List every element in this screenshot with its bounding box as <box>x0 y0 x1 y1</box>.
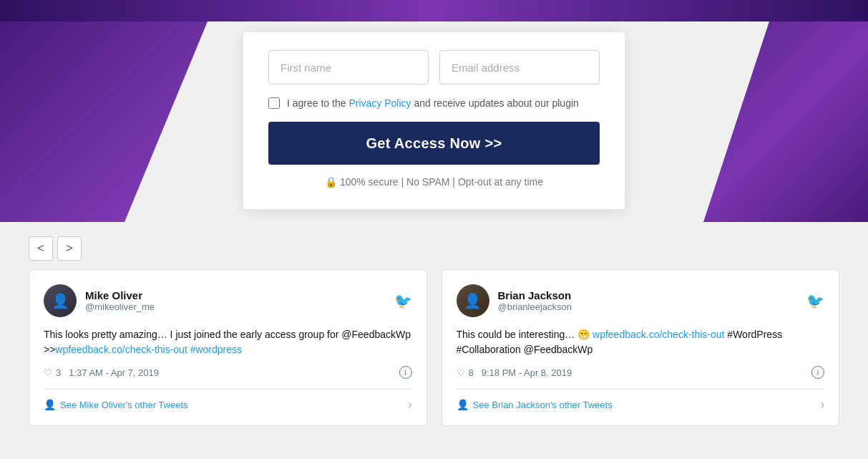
tweets-container: 👤 Mike Oliver @mikeoliver_me 🐦 This look… <box>0 269 868 448</box>
twitter-icon-2: 🐦 <box>806 292 824 309</box>
tweet-meta-1: ♡ 3 1:37 AM - Apr 7, 2019 i <box>44 366 412 379</box>
carousel-nav: < > <box>0 222 868 269</box>
twitter-icon-1: 🐦 <box>394 292 412 309</box>
email-input[interactable] <box>439 50 600 84</box>
tweet-like-count-2: 8 <box>469 367 474 378</box>
tweet-content-2: This could be interesting… 😁 wpfeedback.… <box>457 327 825 357</box>
privacy-policy-link[interactable]: Privacy Policy <box>348 97 411 109</box>
chevron-right-2: › <box>821 398 824 411</box>
tweet-username-2: Brian Jackson <box>498 289 572 301</box>
tweet-card-2: 👤 Brian Jackson @brianleejackson 🐦 This … <box>442 269 840 426</box>
first-name-input[interactable] <box>268 50 429 84</box>
tweet-time-1: 1:37 AM - Apr 7, 2019 <box>69 367 159 378</box>
tweet-likes-2: ♡ 8 9:18 PM - Apr 8, 2019 <box>457 367 572 378</box>
heart-icon-2: ♡ <box>457 367 465 378</box>
carousel-next-button[interactable]: > <box>57 236 82 261</box>
tweet-like-count-1: 3 <box>56 367 61 378</box>
tweet-time-2: 9:18 PM - Apr 8, 2019 <box>482 367 572 378</box>
tweet-header-1: 👤 Mike Oliver @mikeoliver_me 🐦 <box>44 284 412 317</box>
name-email-row <box>268 50 600 84</box>
tweet-likes-1: ♡ 3 1:37 AM - Apr 7, 2019 <box>44 367 159 378</box>
see-more-tweets-1[interactable]: 👤 See Mike Oliver's other Tweets <box>44 399 188 410</box>
tweet-link-2[interactable]: wpfeedback.co/check-this-out <box>593 329 724 340</box>
tweet-link-1[interactable]: wpfeedback.co/check-this-out #wordpress <box>55 344 242 355</box>
secure-text: 🔒 100% secure | No SPAM | Opt-out at any… <box>268 176 600 188</box>
tweet-footer-2: 👤 See Brian Jackson's other Tweets › <box>457 389 825 411</box>
tweet-username-1: Mike Oliver <box>85 289 155 301</box>
carousel-prev-button[interactable]: < <box>29 236 53 261</box>
get-access-button[interactable]: Get Access Now >> <box>268 122 600 165</box>
avatar-mike: 👤 <box>44 284 77 317</box>
tweet-user-info-1: Mike Oliver @mikeoliver_me <box>85 289 155 312</box>
see-more-tweets-2[interactable]: 👤 See Brian Jackson's other Tweets <box>457 399 613 410</box>
person-icon-2: 👤 <box>457 399 469 410</box>
tweet-user-2: 👤 Brian Jackson @brianleejackson <box>457 284 572 317</box>
info-icon-1[interactable]: i <box>399 366 412 379</box>
privacy-row: I agree to the Privacy Policy and receiv… <box>268 97 600 109</box>
tweet-meta-2: ♡ 8 9:18 PM - Apr 8, 2019 i <box>457 366 825 379</box>
tweet-card-1: 👤 Mike Oliver @mikeoliver_me 🐦 This look… <box>29 269 427 426</box>
avatar-brian: 👤 <box>457 284 489 317</box>
tweet-user-1: 👤 Mike Oliver @mikeoliver_me <box>44 284 155 317</box>
tweet-user-info-2: Brian Jackson @brianleejackson <box>498 289 572 312</box>
person-icon-1: 👤 <box>44 399 56 410</box>
privacy-label: I agree to the Privacy Policy and receiv… <box>287 97 579 109</box>
tweet-handle-2: @brianleejackson <box>498 301 572 312</box>
privacy-checkbox[interactable] <box>268 97 280 109</box>
see-more-label-1: See Mike Oliver's other Tweets <box>60 400 188 410</box>
signup-form: I agree to the Privacy Policy and receiv… <box>243 32 625 209</box>
info-icon-2[interactable]: i <box>811 366 824 379</box>
chevron-right-1: › <box>408 398 411 411</box>
tweet-handle-1: @mikeoliver_me <box>85 301 155 312</box>
tweet-content-1: This looks pretty amazing… I just joined… <box>44 327 412 357</box>
tweet-header-2: 👤 Brian Jackson @brianleejackson 🐦 <box>457 284 825 317</box>
heart-icon-1: ♡ <box>44 367 52 378</box>
see-more-label-2: See Brian Jackson's other Tweets <box>473 400 613 410</box>
tweet-footer-1: 👤 See Mike Oliver's other Tweets › <box>44 389 412 411</box>
